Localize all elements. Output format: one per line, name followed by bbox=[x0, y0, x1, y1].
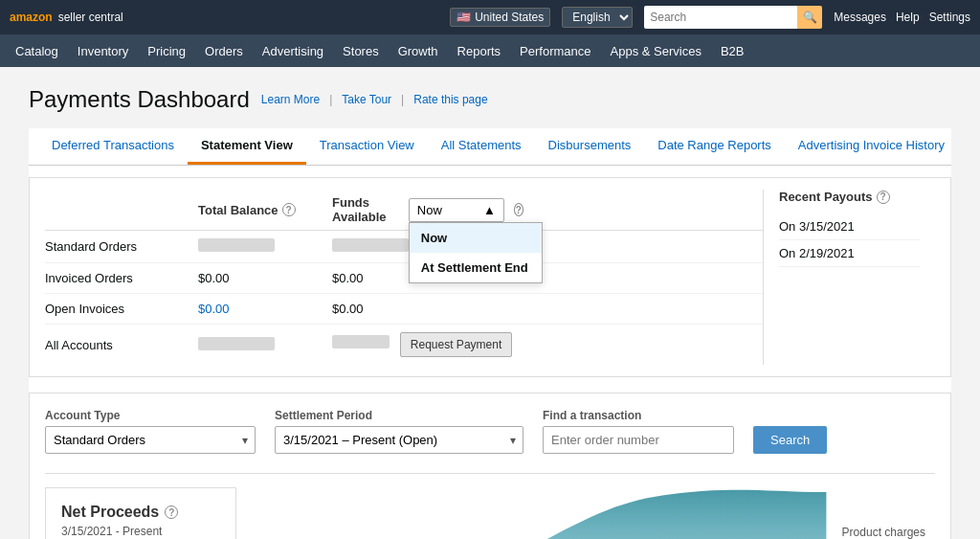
request-payment-button[interactable]: Request Payment bbox=[400, 332, 512, 357]
account-type-label: Account Type bbox=[45, 409, 256, 422]
find-transaction-input[interactable] bbox=[543, 426, 734, 454]
search-input[interactable] bbox=[644, 6, 797, 29]
recent-payouts-info-icon[interactable]: ? bbox=[877, 191, 890, 204]
tab-statement-view[interactable]: Statement View bbox=[188, 128, 306, 165]
funds-available-header: Funds Available Now ▲ Now At Settlement … bbox=[332, 195, 523, 224]
rate-page-link[interactable]: Rate this page bbox=[413, 93, 487, 106]
section-divider bbox=[45, 473, 935, 474]
standard-orders-row: Standard Orders bbox=[45, 231, 763, 263]
nav-inventory[interactable]: Inventory bbox=[78, 36, 128, 66]
tabs: Deferred Transactions Statement View Tra… bbox=[29, 128, 951, 166]
chart-area: Product charges bbox=[256, 487, 935, 539]
top-bar-right: 🇺🇸 United States English 🔍 Messages Help… bbox=[450, 6, 970, 29]
recent-payouts: Recent Payouts ? On 3/15/2021 On 2/19/20… bbox=[763, 190, 935, 365]
nav-bar: Catalog Inventory Pricing Orders Adverti… bbox=[0, 34, 980, 67]
settlement-period-select[interactable]: 3/15/2021 – Present (Open) bbox=[275, 426, 523, 454]
tab-disbursements[interactable]: Disbursements bbox=[535, 128, 645, 165]
funds-dropdown-menu: Now At Settlement End bbox=[409, 222, 543, 283]
tab-advertising-invoice[interactable]: Advertising Invoice History bbox=[785, 128, 958, 165]
amazon-logo: amazon bbox=[10, 11, 53, 24]
funds-dropdown-selected: Now bbox=[417, 203, 442, 217]
open-invoices-row: Open Invoices $0.00 $0.00 bbox=[45, 294, 763, 325]
tab-transaction-view[interactable]: Transaction View bbox=[306, 128, 428, 165]
payout-date-2: On 2/19/2021 bbox=[779, 240, 920, 267]
account-type-select[interactable]: Standard Orders bbox=[45, 426, 256, 454]
search-bar: 🔍 bbox=[644, 6, 822, 29]
page-title: Payments Dashboard bbox=[29, 86, 250, 113]
messages-link[interactable]: Messages bbox=[834, 11, 886, 24]
account-type-filter: Account Type Standard Orders bbox=[45, 409, 256, 454]
balance-table-card: Total Balance ? Funds Available Now ▲ bbox=[29, 177, 951, 377]
filters-row: Account Type Standard Orders Settlement … bbox=[45, 409, 935, 454]
proceeds-card: Net Proceeds ? 3/15/2021 - Present Begin… bbox=[45, 487, 236, 539]
standard-orders-total bbox=[198, 238, 332, 255]
find-transaction-search-button[interactable]: Search bbox=[753, 426, 827, 454]
help-link[interactable]: Help bbox=[896, 11, 920, 24]
all-accounts-funds-bar bbox=[332, 335, 390, 348]
nav-b2b[interactable]: B2B bbox=[721, 36, 745, 66]
standard-orders-total-bar bbox=[198, 238, 275, 252]
search-button[interactable]: 🔍 bbox=[797, 6, 822, 29]
nav-advertising[interactable]: Advertising bbox=[262, 36, 323, 66]
page-header: Payments Dashboard Learn More | Take Tou… bbox=[29, 86, 951, 113]
total-balance-header: Total Balance ? bbox=[198, 195, 332, 224]
account-type-select-wrapper: Standard Orders bbox=[45, 426, 256, 454]
bottom-section: Account Type Standard Orders Settlement … bbox=[29, 393, 951, 539]
nav-performance[interactable]: Performance bbox=[520, 36, 590, 66]
open-invoices-total-link[interactable]: $0.00 bbox=[198, 302, 230, 316]
settings-link[interactable]: Settings bbox=[929, 11, 970, 24]
all-accounts-row: All Accounts Request Payment bbox=[45, 325, 763, 365]
open-invoices-funds: $0.00 bbox=[332, 302, 523, 316]
col-label-spacer bbox=[45, 195, 198, 224]
take-tour-link[interactable]: Take Tour bbox=[342, 93, 391, 106]
chevron-up-icon: ▲ bbox=[483, 203, 496, 217]
all-accounts-total bbox=[198, 337, 332, 353]
net-proceeds-date: 3/15/2021 - Present bbox=[61, 525, 220, 538]
proceeds-chart bbox=[256, 487, 935, 539]
settlement-period-select-wrapper: 3/15/2021 – Present (Open) bbox=[275, 426, 523, 454]
standard-orders-funds-bar bbox=[332, 238, 409, 252]
settlement-period-label: Settlement Period bbox=[275, 409, 523, 422]
nav-growth[interactable]: Growth bbox=[398, 36, 438, 66]
region-selector[interactable]: 🇺🇸 United States bbox=[450, 8, 550, 27]
net-proceeds-info-icon[interactable]: ? bbox=[165, 505, 178, 519]
top-links: Messages Help Settings bbox=[834, 11, 970, 24]
tabs-and-content: Deferred Transactions Statement View Tra… bbox=[29, 128, 951, 539]
all-accounts-funds: Request Payment bbox=[332, 332, 523, 357]
balance-section: Total Balance ? Funds Available Now ▲ bbox=[30, 178, 950, 376]
proceeds-area: Net Proceeds ? 3/15/2021 - Present Begin… bbox=[45, 487, 935, 539]
tab-all-statements[interactable]: All Statements bbox=[428, 128, 535, 165]
language-selector[interactable]: English bbox=[562, 7, 633, 28]
tab-date-range-reports[interactable]: Date Range Reports bbox=[644, 128, 785, 165]
tab-deferred-transactions[interactable]: Deferred Transactions bbox=[38, 128, 188, 165]
region-label: United States bbox=[475, 11, 544, 24]
funds-option-settlement-end[interactable]: At Settlement End bbox=[410, 253, 542, 282]
find-transaction-label: Find a transaction bbox=[543, 409, 734, 422]
open-invoices-label: Open Invoices bbox=[45, 302, 198, 316]
open-invoices-total: $0.00 bbox=[198, 302, 332, 316]
learn-more-link[interactable]: Learn More bbox=[261, 93, 320, 106]
funds-dropdown-wrapper: Now ▲ Now At Settlement End bbox=[409, 198, 504, 222]
total-balance-info-icon[interactable]: ? bbox=[282, 203, 296, 216]
balance-left: Total Balance ? Funds Available Now ▲ bbox=[45, 190, 763, 365]
balance-header-row: Total Balance ? Funds Available Now ▲ bbox=[45, 190, 763, 231]
product-charges-label: Product charges bbox=[842, 526, 925, 539]
sep2: | bbox=[401, 93, 404, 106]
nav-apps-services[interactable]: Apps & Services bbox=[611, 36, 702, 66]
funds-option-now[interactable]: Now bbox=[410, 223, 542, 253]
page-header-links: Learn More | Take Tour | Rate this page bbox=[261, 93, 488, 106]
seller-central-label: seller central bbox=[58, 11, 123, 24]
all-accounts-label: All Accounts bbox=[45, 338, 198, 352]
nav-pricing[interactable]: Pricing bbox=[147, 36, 186, 66]
nav-stores[interactable]: Stores bbox=[343, 36, 379, 66]
sep1: | bbox=[329, 93, 332, 106]
nav-orders[interactable]: Orders bbox=[205, 36, 243, 66]
nav-reports[interactable]: Reports bbox=[457, 36, 501, 66]
settlement-period-filter: Settlement Period 3/15/2021 – Present (O… bbox=[275, 409, 523, 454]
find-transaction-filter: Find a transaction bbox=[543, 409, 734, 454]
invoiced-orders-total: $0.00 bbox=[198, 271, 332, 285]
net-proceeds-title: Net Proceeds ? bbox=[61, 504, 220, 521]
funds-available-info-icon[interactable]: ? bbox=[514, 203, 523, 216]
funds-dropdown-button[interactable]: Now ▲ bbox=[409, 198, 504, 222]
nav-catalog[interactable]: Catalog bbox=[15, 36, 58, 66]
